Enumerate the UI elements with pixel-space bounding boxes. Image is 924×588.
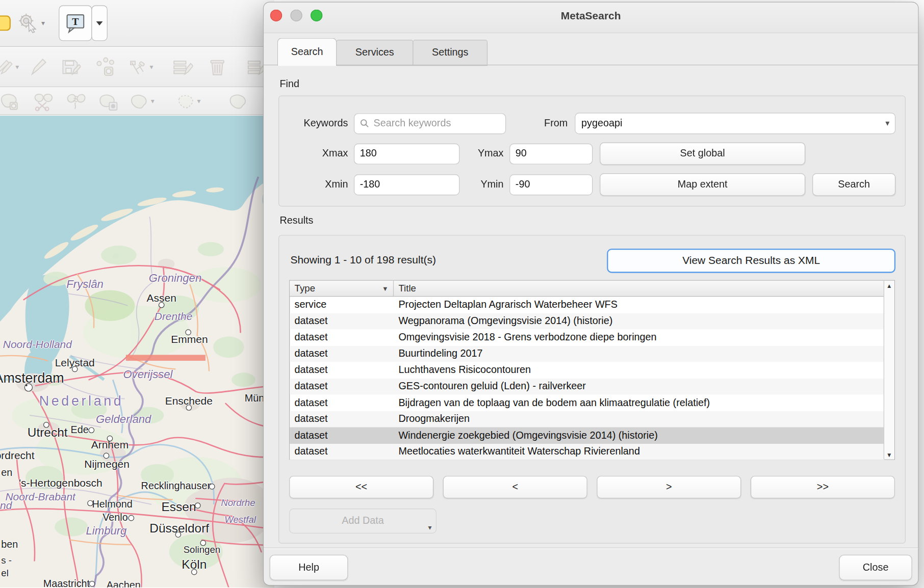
from-select[interactable]: pygeoapi ▾ xyxy=(575,113,895,134)
map-tips-button[interactable]: T xyxy=(59,5,92,41)
city-marker-icon xyxy=(186,405,192,411)
select-features-icon[interactable]: ▾ xyxy=(176,94,201,109)
results-status: Showing 1 - 10 of 198 result(s) xyxy=(290,254,435,266)
view-xml-label: View Search Results as XML xyxy=(682,255,820,267)
table-row[interactable]: datasetDroogmakerijen xyxy=(290,411,884,427)
table-row[interactable]: datasetWegpanorama (Omgevingsvisie 2014)… xyxy=(290,313,884,329)
ymax-input[interactable]: 90 xyxy=(509,143,593,164)
results-table-header[interactable]: Type ▼ Title xyxy=(290,281,884,297)
add-data-label: Add Data xyxy=(342,515,384,527)
offset-curve-icon[interactable]: ▾ xyxy=(129,94,155,109)
table-row[interactable]: datasetBuurtindeling 2017 xyxy=(290,345,884,362)
map-extent-button[interactable]: Map extent xyxy=(600,173,805,196)
merge-features-icon[interactable] xyxy=(63,94,89,109)
yellow-layer-icon[interactable] xyxy=(0,6,11,41)
city-marker-icon xyxy=(185,329,191,335)
partial-edit-icon[interactable] xyxy=(224,94,250,109)
cell-title: Droogmakerijen xyxy=(394,413,884,425)
search-button[interactable]: Search xyxy=(812,173,895,196)
set-global-button[interactable]: Set global xyxy=(600,142,805,165)
map-label: Aachen xyxy=(107,580,141,587)
city-marker-icon xyxy=(129,515,135,521)
set-global-label: Set global xyxy=(680,148,725,159)
qgis-map-canvas[interactable]: FryslânGroningenDrentheNoord-HollandOver… xyxy=(0,0,274,587)
xmax-label: Xmax xyxy=(289,148,348,159)
scroll-up-icon[interactable]: ▲ xyxy=(884,281,894,290)
ymax-label: Ymax xyxy=(466,148,504,159)
city-marker-icon xyxy=(209,484,215,490)
view-xml-button[interactable]: View Search Results as XML xyxy=(607,249,895,273)
keywords-input[interactable]: Search keywords xyxy=(354,113,506,134)
find-group-label: Find xyxy=(279,78,299,90)
tab-separator xyxy=(264,65,918,65)
xmin-input[interactable]: -180 xyxy=(354,174,459,195)
results-table[interactable]: Type ▼ Title serviceProjecten Deltaplan … xyxy=(289,280,895,460)
fill-ring-icon[interactable] xyxy=(95,94,121,109)
map-label: Essen xyxy=(162,500,196,514)
advanced-digitizing-icon[interactable]: ▾ xyxy=(127,54,153,81)
ymin-value: -90 xyxy=(516,179,530,191)
map-label: el xyxy=(1,568,9,578)
next-page-button[interactable]: > xyxy=(597,476,741,498)
cell-type: dataset xyxy=(290,397,394,409)
add-data-button[interactable]: Add Data ▾ xyxy=(289,509,437,533)
column-type-label: Type xyxy=(295,283,315,293)
save-edits-icon[interactable] xyxy=(58,54,82,81)
split-features-icon[interactable] xyxy=(30,94,56,109)
close-button[interactable]: Close xyxy=(839,555,912,580)
table-row[interactable]: datasetBijdragen van de toplaag van de b… xyxy=(290,394,884,411)
city-marker-icon xyxy=(175,531,182,538)
tab-settings[interactable]: Settings xyxy=(413,40,487,66)
map-label: Venlo xyxy=(102,512,128,524)
last-page-button[interactable]: >> xyxy=(751,476,895,498)
map-label: Helmond xyxy=(92,498,132,510)
results-scrollbar[interactable]: ▲ ▼ xyxy=(884,281,894,460)
tab-services[interactable]: Services xyxy=(336,40,413,66)
cell-title: Windenergie zoekgebied (Omgevingsvisie 2… xyxy=(394,430,884,441)
results-groupbox: Showing 1 - 10 of 198 result(s) View Sea… xyxy=(278,235,906,544)
scroll-down-icon[interactable]: ▼ xyxy=(884,450,894,460)
table-row[interactable]: datasetGES-contouren geluid (Lden) - rai… xyxy=(290,378,884,394)
prev-page-button[interactable]: < xyxy=(443,476,587,498)
add-data-menu-icon: ▾ xyxy=(428,523,432,531)
table-row[interactable]: datasetWindenergie zoekgebied (Omgevings… xyxy=(290,427,884,443)
map-label: s - xyxy=(1,555,12,566)
map-label: Emmen xyxy=(171,333,208,345)
highlighted-feature xyxy=(126,355,206,361)
tab-search[interactable]: Search xyxy=(277,38,337,66)
table-row[interactable]: datasetOmgevingsvisie 2018 - Grens verbo… xyxy=(290,329,884,345)
city-marker-icon xyxy=(89,427,95,433)
help-button[interactable]: Help xyxy=(270,555,348,580)
map-label: Westfal xyxy=(224,515,256,525)
table-row[interactable]: serviceProjecten Deltaplan Agrarisch Wat… xyxy=(290,297,884,313)
reshape-features-icon[interactable] xyxy=(0,94,21,109)
map-label: Drenthe xyxy=(155,311,193,323)
pagination: <<<>>> xyxy=(289,476,895,501)
ymax-value: 90 xyxy=(516,148,527,159)
city-marker-icon xyxy=(87,500,93,506)
city-marker-icon xyxy=(104,453,110,459)
cell-title: Projecten Deltaplan Agrarisch Waterbehee… xyxy=(394,299,884,311)
column-header-type[interactable]: Type ▼ xyxy=(290,281,394,296)
title-bar[interactable]: MetaSearch xyxy=(264,3,918,34)
delete-selected-icon[interactable] xyxy=(206,54,229,81)
help-label: Help xyxy=(298,562,319,573)
tab-services-label: Services xyxy=(355,47,394,59)
column-header-title[interactable]: Title xyxy=(394,281,884,296)
toggle-editing-icon[interactable] xyxy=(28,54,49,81)
xmax-input[interactable]: 180 xyxy=(354,143,459,164)
footer-separator xyxy=(264,548,918,548)
run-feature-action-icon[interactable]: ▾ xyxy=(18,6,45,41)
sort-descending-icon: ▼ xyxy=(382,285,389,292)
map-label: Recklinghausen xyxy=(141,480,213,492)
toggle-editing-multi-icon[interactable]: ▾ xyxy=(0,54,19,81)
from-selected-value: pygeoapi xyxy=(581,118,622,129)
digitize-points-icon[interactable] xyxy=(93,54,117,81)
ymin-input[interactable]: -90 xyxy=(509,174,593,195)
map-tips-dropdown-button[interactable] xyxy=(91,5,107,41)
modify-attributes-icon[interactable] xyxy=(170,54,195,81)
table-row[interactable]: datasetMeetlocaties waterkwantiteit Wate… xyxy=(290,443,884,460)
map-label: Nederland xyxy=(39,393,124,409)
first-page-button[interactable]: << xyxy=(289,476,433,498)
table-row[interactable]: datasetLuchthavens Risicocontouren xyxy=(290,362,884,378)
